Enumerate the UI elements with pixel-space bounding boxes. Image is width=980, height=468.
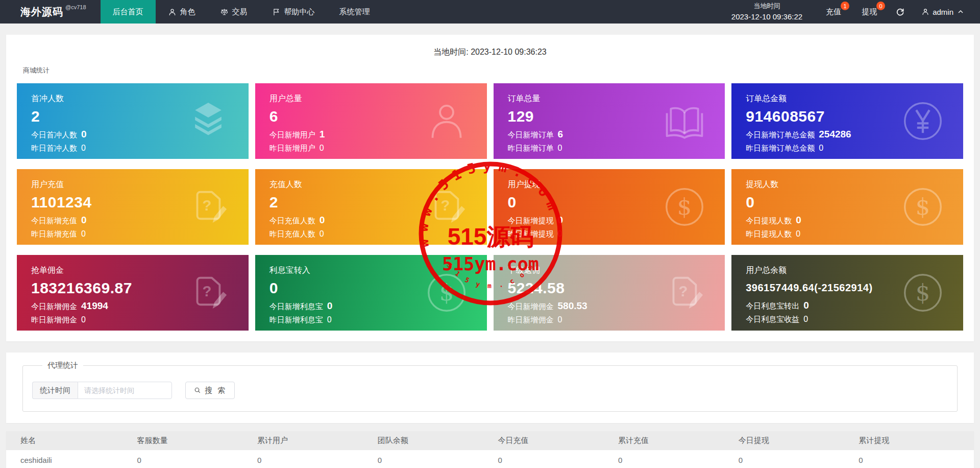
withdraw-label: 提现 [862,7,877,17]
svg-text:$: $ [677,193,692,220]
stat-card[interactable]: 利息宝转入 0 今日新增利息宝 0 昨日新增利息宝 0 $ [255,255,487,331]
recharge-button[interactable]: 充值 1 [816,0,851,24]
dollar-icon: $ [663,185,706,229]
stat-time-label: 统计时间 [32,382,78,399]
table-cell: 0 [613,450,733,468]
table-cell: 0 [733,450,854,468]
withdraw-button[interactable]: 提现 0 [851,0,887,24]
stat-line1-value: 254286 [819,129,851,140]
yen-icon [901,99,945,143]
stat-card[interactable]: 用户总余额 396157449.64(-21562914) 今日利息宝转出 0 … [731,255,963,331]
stat-card-grid: 首冲人数 2 今日首冲人数 0 昨日首冲人数 0 用户总量 6 今日新增用户 1 [17,83,963,331]
stat-card[interactable]: 用户提现 0 今日新增提现 0 昨日新增提现 0 $ [494,169,725,245]
svg-text:?: ? [679,283,688,299]
nav-item[interactable]: 系统管理 [327,0,382,24]
agent-table-header: 累计用户 [252,431,373,450]
agent-table-header: 团队余额 [373,431,493,450]
agent-stats-section: 代理统计 统计时间 搜 索 [6,353,974,423]
stat-card[interactable]: 抢单佣金 183216369.87 今日新增佣金 41994 昨日新增佣金 0 … [17,255,249,331]
stat-card[interactable]: 提现人数 0 今日提现人数 0 昨日提现人数 0 $ [731,169,963,245]
agent-stats-fieldset: 代理统计 统计时间 搜 索 [22,361,958,412]
agent-table-header-row: 姓名 客服数量 累计用户 团队余额 今日充值 累计充值 今日提现 累计提现 [6,431,974,450]
nav-item-label: 后台首页 [113,7,143,17]
table-cell: 0 [252,450,373,468]
admin-menu[interactable]: admin [913,0,969,24]
recharge-label: 充值 [826,7,841,17]
stat-line2-label: 昨日新增用户 [270,144,315,153]
stat-card[interactable]: 订单总量 129 今日新增订单 6 昨日新增订单 0 [494,83,725,159]
stat-line2-value: 0 [558,229,562,239]
stat-line1-label: 今日新增佣金 [31,302,77,312]
svg-text:?: ? [202,283,211,299]
stat-card[interactable]: 用户总量 6 今日新增用户 1 昨日新增用户 0 [255,83,487,159]
page-local-time-value: 2023-12-10 09:36:23 [471,48,547,56]
stat-card[interactable]: 充值人数 2 今日充值人数 0 昨日充值人数 0 ? [255,169,487,245]
stat-line2-value: 0 [81,315,86,324]
refresh-icon[interactable] [887,0,913,24]
stat-line2-label: 昨日新增充值 [31,229,77,239]
page-local-time-label: 当地时间: [433,48,468,56]
stat-line1-label: 今日首冲人数 [31,130,77,140]
stat-line2-value: 0 [81,144,86,153]
nav-item-label: 角色 [180,7,195,17]
agent-table-section: 姓名 客服数量 累计用户 团队余额 今日充值 累计充值 今日提现 累计提现 [6,431,974,468]
nav-item[interactable]: 角色 [156,0,208,24]
stat-time-input[interactable] [78,382,172,399]
stats-section: 当地时间: 2023-12-10 09:36:23 商城统计 首冲人数 2 今日… [6,35,974,341]
navbar-right: 当地时间 2023-12-10 09:36:22 充值 1 提现 0 admin [718,0,980,24]
dollar-icon: $ [901,271,945,315]
stat-card[interactable]: 下级返佣 5224.58 今日新增佣金 580.53 昨日新增佣金 0 ? [494,255,725,331]
dollar-icon: $ [425,271,469,315]
stat-line1-label: 今日充值人数 [270,216,315,226]
svg-text:$: $ [916,279,930,306]
stat-line1-label: 今日新增佣金 [508,302,554,312]
stat-line1-label: 今日新增用户 [270,130,315,140]
file-edit-icon: ? [425,185,469,229]
brand[interactable]: 海外源码 @cv718 [0,0,101,24]
dollar-icon: $ [901,185,945,229]
user-icon [168,8,177,16]
table-cell: ceshidaili [6,450,132,468]
agent-stats-legend: 代理统计 [42,361,83,370]
table-row[interactable]: ceshidaili0000000 [6,450,974,468]
recharge-badge: 1 [841,2,849,10]
table-cell: 0 [132,450,252,468]
stat-line1-value: 0 [81,215,87,226]
book-icon [663,99,706,143]
table-cell: 0 [853,450,974,468]
stat-line2-value: 0 [320,144,324,153]
table-cell: 0 [493,450,613,468]
stat-line1-label: 今日新增订单总金额 [746,130,815,140]
file-edit-icon: ? [186,185,230,229]
nav-item[interactable]: 后台首页 [101,0,156,24]
stat-line1-label: 今日提现人数 [746,216,792,226]
stats-section-title: 商城统计 [17,66,963,75]
nav-item[interactable]: 帮助中心 [260,0,327,24]
stat-line1-value: 0 [327,300,333,312]
stat-line1-value: 0 [558,215,564,226]
stat-line1-value: 0 [320,215,325,226]
stat-line2-value: 0 [796,229,800,239]
search-button[interactable]: 搜 索 [185,382,235,399]
stat-line2-label: 昨日新增利息宝 [270,315,323,325]
stat-line2-label: 昨日新增订单 [508,144,554,153]
person-icon [921,8,929,16]
stat-line2-value: 0 [558,315,562,324]
stat-line2-label: 今日利息宝收益 [746,315,799,324]
stat-line1-value: 1 [320,129,325,140]
stat-line1-value: 6 [558,129,564,140]
local-time-block: 当地时间 2023-12-10 09:36:22 [718,0,816,24]
stat-card[interactable]: 首冲人数 2 今日首冲人数 0 昨日首冲人数 0 [17,83,249,159]
withdraw-badge: 0 [876,2,885,10]
search-icon [193,386,202,394]
stat-time-input-group: 统计时间 [32,382,172,399]
stat-line2-label: 昨日首冲人数 [31,144,77,153]
nav-item-label: 交易 [232,7,248,17]
stat-card[interactable]: 订单总金额 914608567 今日新增订单总金额 254286 昨日新增订单总… [731,83,963,159]
stat-line2-label: 昨日提现人数 [746,229,792,239]
stat-line1-value: 0 [796,215,801,226]
stat-card[interactable]: 用户充值 1101234 今日新增充值 0 昨日新增充值 0 ? [17,169,249,245]
stat-line2-value: 0 [327,315,332,324]
stat-line1-label: 今日新增利息宝 [270,302,323,312]
nav-item[interactable]: 交易 [208,0,260,24]
